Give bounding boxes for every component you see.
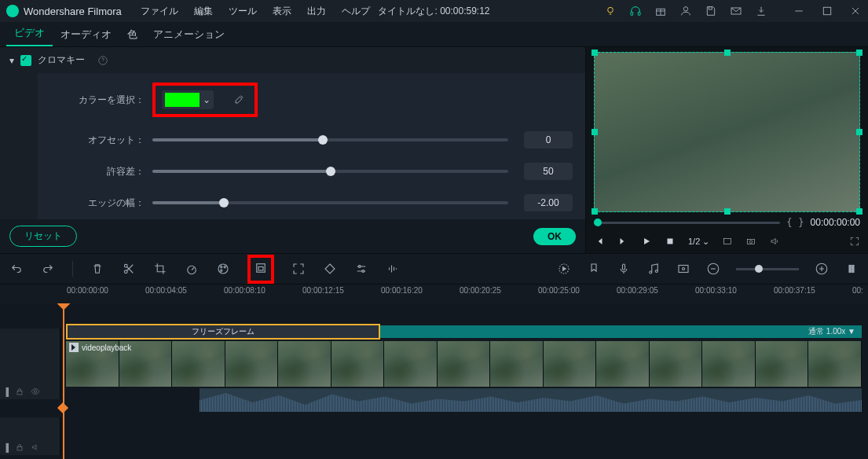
eyedropper-button[interactable] xyxy=(229,90,248,109)
preview-video[interactable] xyxy=(594,52,860,212)
menu-tool[interactable]: ツール xyxy=(229,5,257,18)
tolerance-value[interactable]: 50 xyxy=(524,163,573,180)
chroma-section-header[interactable]: ▾ クロマキー xyxy=(0,47,585,73)
audio-adjust-button[interactable] xyxy=(386,262,400,276)
gift-icon[interactable] xyxy=(654,5,667,17)
download-icon[interactable] xyxy=(755,5,767,17)
next-frame-button[interactable] xyxy=(617,236,628,247)
music-button[interactable] xyxy=(646,262,661,276)
color-button[interactable] xyxy=(216,262,230,276)
offset-slider[interactable] xyxy=(152,138,508,141)
svg-point-19 xyxy=(221,270,222,271)
color-swatch xyxy=(165,93,200,107)
zoom-fit-button[interactable] xyxy=(844,262,859,276)
render-button[interactable] xyxy=(557,262,571,276)
tab-video[interactable]: ビデオ xyxy=(6,21,53,46)
lightbulb-icon[interactable] xyxy=(604,5,617,17)
svg-rect-32 xyxy=(849,266,851,273)
minimize-icon[interactable] xyxy=(793,5,805,17)
app-logo-icon xyxy=(6,5,19,17)
user-icon[interactable] xyxy=(679,5,692,17)
help-icon[interactable] xyxy=(97,55,108,66)
tab-color[interactable]: 色 xyxy=(119,23,145,46)
color-swatch-dropdown[interactable]: ⌄ xyxy=(162,90,214,109)
mixer-button[interactable] xyxy=(676,262,690,276)
reset-button[interactable]: リセット xyxy=(9,226,77,247)
volume-button[interactable] xyxy=(769,236,780,247)
speaker-icon[interactable] xyxy=(31,442,40,452)
zoom-slider[interactable] xyxy=(736,268,799,270)
menu-view[interactable]: 表示 xyxy=(273,5,291,18)
menu-output[interactable]: 出力 xyxy=(307,5,326,18)
maximize-icon[interactable] xyxy=(821,5,833,17)
undo-button[interactable] xyxy=(9,262,24,276)
prev-frame-button[interactable] xyxy=(594,236,605,247)
playhead-marker-icon[interactable] xyxy=(57,402,68,413)
mark-out-icon[interactable]: } xyxy=(798,217,804,228)
mail-icon[interactable] xyxy=(730,5,742,17)
expand-icon[interactable]: ▾ xyxy=(9,55,14,66)
expand-button[interactable] xyxy=(291,262,306,276)
video-clip[interactable] xyxy=(66,341,862,387)
svg-point-16 xyxy=(218,264,228,274)
crop-button[interactable] xyxy=(153,262,167,276)
marker-button[interactable] xyxy=(587,262,601,276)
audio-waveform[interactable] xyxy=(200,388,862,412)
zoom-in-button[interactable] xyxy=(815,262,829,276)
speed-bar[interactable]: 通常 1.00x ▼ xyxy=(380,325,862,338)
voiceover-button[interactable] xyxy=(617,262,631,276)
close-icon[interactable] xyxy=(849,5,862,17)
menu-help[interactable]: ヘルプ xyxy=(342,5,370,18)
offset-label: オフセット： xyxy=(50,134,152,147)
edge-label: エッジの幅： xyxy=(50,196,152,210)
svg-point-0 xyxy=(608,7,613,13)
effect-panel: ▾ クロマキー カラーを選択： ⌄ オフセット： xyxy=(0,47,585,253)
timeline-ruler[interactable]: 00:00:00:00 00:00:04:05 00:00:08:10 00:0… xyxy=(0,285,868,303)
delete-button[interactable] xyxy=(90,262,104,276)
svg-point-13 xyxy=(124,270,127,274)
headphones-icon[interactable] xyxy=(629,5,642,17)
edge-value[interactable]: -2.00 xyxy=(524,194,573,211)
tab-audio[interactable]: オーディオ xyxy=(53,23,119,46)
svg-rect-2 xyxy=(638,12,640,15)
playhead[interactable] xyxy=(63,303,64,459)
adjust-button[interactable] xyxy=(354,262,368,276)
eye-icon[interactable] xyxy=(31,387,40,396)
preview-ratio[interactable]: 1/2 ⌄ xyxy=(688,237,709,247)
menu-file[interactable]: ファイル xyxy=(141,5,178,18)
tolerance-slider[interactable] xyxy=(152,170,508,173)
svg-rect-33 xyxy=(852,266,854,273)
lock-icon[interactable] xyxy=(15,387,24,396)
edge-slider[interactable] xyxy=(152,201,508,204)
snapshot-button[interactable] xyxy=(745,236,756,247)
chroma-checkbox[interactable] xyxy=(20,55,31,66)
greenscreen-button[interactable] xyxy=(254,261,268,275)
cut-button[interactable] xyxy=(122,262,136,276)
keyframe-button[interactable] xyxy=(323,262,337,276)
save-icon[interactable] xyxy=(705,5,717,17)
eyedropper-icon xyxy=(233,94,245,106)
svg-rect-7 xyxy=(823,7,830,14)
document-title: タイトルなし: 00:00:59:12 xyxy=(378,5,489,18)
menu-edit[interactable]: 編集 xyxy=(194,5,213,18)
ok-button[interactable]: OK xyxy=(533,228,576,245)
timeline-toolbar xyxy=(0,253,868,285)
chroma-title: クロマキー xyxy=(38,53,85,67)
redo-button[interactable] xyxy=(41,262,55,276)
view-mode-button[interactable] xyxy=(722,236,733,247)
clip-play-icon xyxy=(69,343,79,352)
mark-in-icon[interactable]: { xyxy=(786,217,792,228)
play-button[interactable] xyxy=(641,236,652,247)
zoom-out-button[interactable] xyxy=(706,262,720,276)
preview-seek-bar[interactable] xyxy=(594,222,780,224)
speed-button[interactable] xyxy=(185,262,199,276)
lock-icon[interactable] xyxy=(15,442,24,452)
offset-value[interactable]: 0 xyxy=(524,131,573,149)
fullscreen-button[interactable] xyxy=(849,236,860,247)
stop-button[interactable] xyxy=(665,236,676,247)
chevron-down-icon: ⌄ xyxy=(203,94,211,105)
svg-rect-36 xyxy=(17,391,22,395)
freeze-frame-bar[interactable]: フリーズフレーム xyxy=(66,324,380,340)
color-select-label: カラーを選択： xyxy=(50,94,152,107)
tab-animation[interactable]: アニメーション xyxy=(145,23,233,46)
